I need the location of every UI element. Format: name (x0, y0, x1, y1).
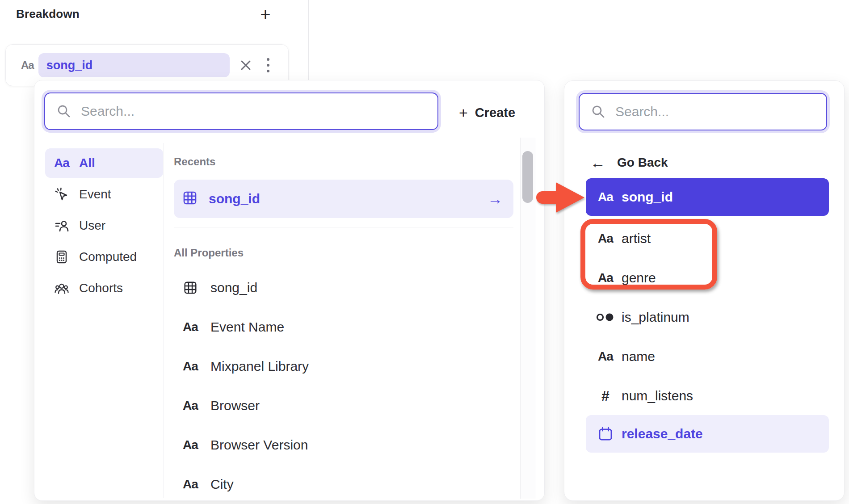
text-icon: Aa (183, 438, 198, 452)
drilldown-row-num-listens[interactable]: # num_listens (586, 377, 829, 415)
search-icon (590, 104, 606, 120)
selected-breakdown-label: song_id (46, 59, 93, 72)
property-search-box (44, 92, 438, 130)
sidebar-item-computed[interactable]: Computed (45, 242, 163, 272)
breakdown-section-title: Breakdown (16, 7, 80, 21)
text-icon: Aa (183, 399, 198, 413)
number-icon: # (601, 388, 609, 404)
text-icon: Aa (598, 231, 613, 246)
grid-table-icon (182, 190, 198, 208)
text-icon: Aa (183, 477, 198, 491)
text-icon: Aa (598, 271, 613, 285)
drill-in-arrow-icon[interactable]: → (488, 190, 503, 208)
recents-heading: Recents (174, 155, 215, 168)
property-picker-panel: + Create Aa All Event (34, 80, 545, 501)
search-input[interactable] (80, 103, 437, 119)
drilldown-row-artist[interactable]: Aa artist (586, 219, 829, 258)
cohorts-icon (53, 280, 70, 296)
user-icon (53, 218, 70, 234)
property-row-song-id[interactable]: song_id (174, 268, 513, 307)
property-row-browser-version[interactable]: Aa Browser Version (174, 425, 513, 465)
text-icon: Aa (54, 156, 69, 170)
all-properties-heading: All Properties (174, 247, 244, 259)
boolean-icon (596, 309, 615, 325)
panel-divider (308, 0, 309, 81)
calendar-icon (596, 426, 615, 442)
drilldown-row-song-id[interactable]: Aa song_id (586, 178, 829, 216)
selected-breakdown-pill[interactable]: song_id (38, 53, 230, 77)
arrow-left-icon: ← (590, 155, 605, 170)
sidebar-item-cohorts[interactable]: Cohorts (45, 273, 163, 303)
section-divider (174, 227, 513, 227)
text-icon: Aa (183, 320, 198, 334)
text-icon: Aa (598, 349, 613, 364)
drilldown-row-is-platinum[interactable]: is_platinum (586, 298, 829, 336)
property-row-event-name[interactable]: Aa Event Name (174, 307, 513, 347)
drilldown-row-genre[interactable]: Aa genre (586, 259, 829, 297)
property-drilldown-panel: ← Go Back Aa song_id Aa artist Aa genre … (564, 80, 845, 501)
property-row-city[interactable]: Aa City (174, 465, 513, 504)
sidebar-item-user[interactable]: User (45, 211, 163, 240)
remove-breakdown-button[interactable] (236, 55, 256, 75)
computed-calculator-icon (53, 249, 70, 265)
recent-property-song-id[interactable]: song_id → (174, 180, 513, 218)
text-icon: Aa (598, 190, 613, 204)
text-icon: Aa (183, 359, 198, 374)
drilldown-search-box (579, 93, 827, 130)
scrollbar-thumb[interactable] (522, 151, 533, 203)
drilldown-row-release-date[interactable]: release_date (586, 415, 829, 453)
sidebar-item-all[interactable]: Aa All (45, 148, 163, 178)
close-icon (239, 59, 252, 72)
property-row-mixpanel-library[interactable]: Aa Mixpanel Library (174, 347, 513, 386)
plus-icon: + (459, 105, 468, 120)
screen: Breakdown + Aa song_id + Create (0, 0, 849, 504)
event-cursor-icon (53, 186, 70, 202)
grid-table-icon (181, 280, 200, 295)
property-row-browser[interactable]: Aa Browser (174, 386, 513, 425)
text-type-icon: Aa (21, 59, 34, 71)
sidebar-list-divider (164, 143, 164, 498)
create-property-button[interactable]: + Create (459, 101, 515, 124)
breakdown-options-button[interactable] (260, 55, 276, 75)
category-sidebar: Aa All Event (45, 148, 163, 303)
search-input[interactable] (614, 104, 826, 120)
property-list: song_id Aa Event Name Aa Mixpanel Librar… (174, 268, 513, 504)
go-back-button[interactable]: ← Go Back (590, 152, 668, 173)
search-icon (56, 103, 72, 119)
drilldown-row-name[interactable]: Aa name (586, 337, 829, 376)
sidebar-item-event[interactable]: Event (45, 180, 163, 209)
add-breakdown-button[interactable]: + (255, 4, 276, 25)
